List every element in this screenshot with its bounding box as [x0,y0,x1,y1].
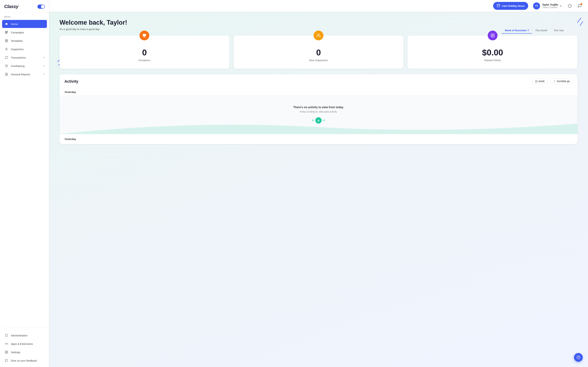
welcome-title: Welcome back, Taylor! [60,19,578,26]
templates-icon [5,39,9,43]
user-avatar: TT [533,2,540,9]
raised-icon-circle [488,31,498,40]
svg-rect-0 [5,40,6,40]
activity-card: Activity DATE FILTERS (0) Yesterday Ther… [60,74,578,144]
stat-card-raised: $0.00 Raised Online [407,35,578,69]
tab-year[interactable]: This Year [551,28,567,33]
stat-card-supporters: 0 New Supporters [234,35,404,69]
tab-week[interactable]: Week of November 7 [502,28,532,33]
sidebar-item-home[interactable]: Home [2,20,47,28]
activity-yesterday-label: Yesterday [60,88,578,95]
fundraising-chevron-icon: ▾ [43,65,44,67]
user-dropdown-chevron-icon: ▾ [560,5,562,7]
sidebar-item-home-label: Home [11,23,18,25]
stat-card-donations: 0 Donations [60,35,229,69]
supporters-label: New Supporters [309,59,328,62]
apps-extensions-icon [5,342,9,346]
supporters-icon-circle [314,31,323,40]
activity-empty-subtitle: Keep scrolling to view past activity [300,110,337,113]
welcome-section: Welcome back, Taylor! It's a good day to… [60,19,578,31]
notification-dot [581,3,582,5]
sidebar-bottom: Administration Apps & Extensions Setting… [0,329,49,367]
campaigns-icon [5,30,9,34]
app-logo: Classy [4,4,18,9]
general-reports-icon [5,72,9,76]
supporters-icon [5,47,9,51]
svg-point-24 [492,35,493,36]
svg-point-9 [6,352,7,353]
sidebar-toggle[interactable] [37,5,45,9]
user-area[interactable]: TT Taylor Trujillo Classy Coaches ▾ [531,1,563,10]
settings-icon [5,350,9,354]
supporters-value: 0 [316,48,321,57]
sidebar-item-administration[interactable]: Administration [2,331,47,339]
main-nav: Home Campaigns Templates Supporters Tran… [0,19,49,325]
raised-value: $0.00 [482,48,503,57]
svg-rect-3 [7,41,8,42]
svg-line-18 [580,22,583,25]
sidebar-item-supporters[interactable]: Supporters [2,45,47,53]
activity-bottom-yesterday: Yesterday [60,134,578,144]
content-area: Welcome back, Taylor! It's a good day to… [49,12,588,367]
calendar-icon [497,4,500,8]
logo-area: Classy [0,0,49,13]
main-area: Care Holiday Hours TT Taylor Trujillo Cl… [49,0,588,367]
user-role: Classy Coaches [542,6,558,8]
sidebar-item-settings-label: Settings [11,351,20,354]
activity-content: Yesterday There's no activity to view fr… [60,88,578,134]
sidebar-item-fundraising-label: Fundraising [11,65,25,67]
sidebar-item-apps-extensions-label: Apps & Extensions [11,342,33,345]
general-reports-chevron-icon: ▾ [43,73,44,75]
sidebar-item-apps-extensions[interactable]: Apps & Extensions [2,340,47,348]
activity-header: Activity DATE FILTERS (0) [60,74,578,88]
menu-label: MENU [0,13,49,19]
svg-rect-21 [143,34,146,36]
filters-btn-label: FILTERS (0) [557,80,570,83]
activity-empty-state: There's no activity to view from today. … [60,95,578,134]
sidebar-item-templates[interactable]: Templates [2,37,47,45]
sidebar-item-templates-label: Templates [11,39,23,42]
svg-line-17 [578,18,581,22]
filters-button[interactable]: FILTERS (0) [550,78,573,84]
fundraising-icon [5,64,9,68]
period-tabs: Week of November 7 This Month This Year [502,28,567,33]
activity-empty-title: There's no activity to view from today. [293,106,344,109]
chat-button[interactable] [576,2,583,9]
sidebar-item-general-reports[interactable]: General Reports ▾ [2,70,47,78]
info-button[interactable] [566,2,573,9]
transactions-icon [5,56,9,59]
sidebar-item-feedback[interactable]: Give us your feedback [2,357,47,365]
date-filter-button[interactable]: DATE [532,78,548,84]
sidebar: Classy MENU Home Campaigns Templates [0,0,49,367]
sidebar-item-settings[interactable]: Settings [2,348,47,356]
sidebar-item-administration-label: Administration [11,334,27,337]
sidebar-item-campaigns[interactable]: Campaigns [2,28,47,36]
activity-controls: DATE FILTERS (0) [532,78,573,84]
home-icon [5,22,9,26]
sidebar-item-transactions-label: Transactions [11,56,26,59]
svg-rect-10 [497,4,500,7]
svg-point-8 [6,343,7,344]
administration-icon [5,334,9,337]
activity-title: Activity [64,79,78,84]
wave-decoration [60,120,578,134]
topbar: Care Holiday Hours TT Taylor Trujillo Cl… [49,0,588,12]
help-fab-button[interactable] [574,353,583,362]
welcome-subtitle: It's a good day to have a good day. [60,28,578,31]
stats-row: 0 Donations 0 New Supporters $0.00 Raise… [60,35,578,69]
raised-label: Raised Online [484,59,501,62]
user-name: Taylor Trujillo [542,3,558,6]
holiday-hours-button[interactable]: Care Holiday Hours [493,2,528,10]
tab-month[interactable]: This Month [532,28,550,33]
sidebar-item-fundraising[interactable]: Fundraising ▾ [2,62,47,70]
transactions-chevron-icon: ▾ [43,56,44,59]
sidebar-item-general-reports-label: General Reports [11,73,30,76]
user-info: Taylor Trujillo Classy Coaches [542,3,558,8]
svg-rect-29 [536,81,537,83]
donations-value: 0 [142,48,147,57]
sidebar-item-campaigns-label: Campaigns [11,31,24,34]
svg-rect-1 [7,40,8,40]
donations-icon-circle [139,31,149,40]
sidebar-item-transactions[interactable]: Transactions ▾ [2,53,47,61]
sidebar-item-supporters-label: Supporters [11,48,24,51]
